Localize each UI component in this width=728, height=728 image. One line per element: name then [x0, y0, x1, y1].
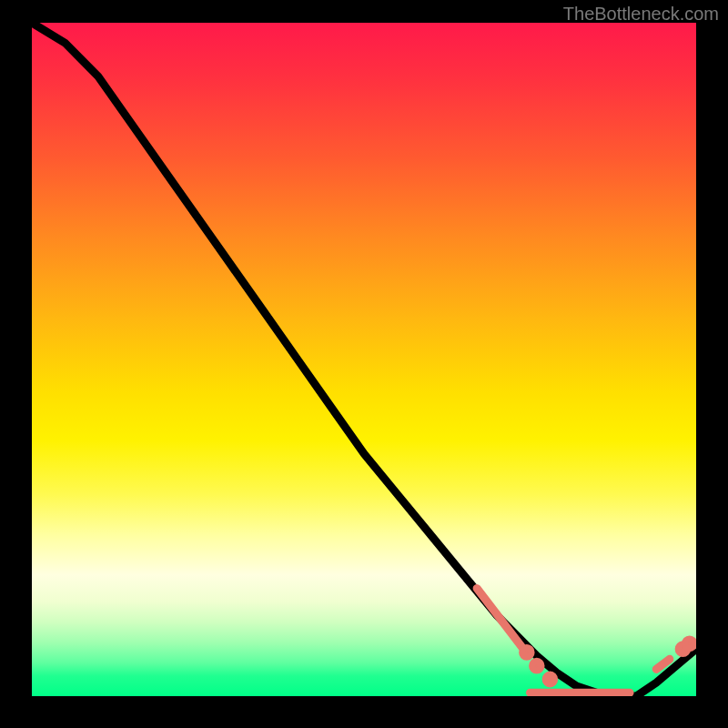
highlight-dot [685, 639, 694, 648]
highlight-segment [477, 589, 523, 650]
highlight-dot [532, 662, 541, 671]
highlight-dot [522, 648, 531, 657]
highlight-segment [656, 659, 670, 669]
chart-svg [32, 23, 696, 696]
watermark-text: TheBottleneck.com [563, 4, 719, 25]
highlight-dot [545, 674, 554, 683]
plot-area [32, 23, 696, 696]
data-curve [32, 23, 696, 696]
